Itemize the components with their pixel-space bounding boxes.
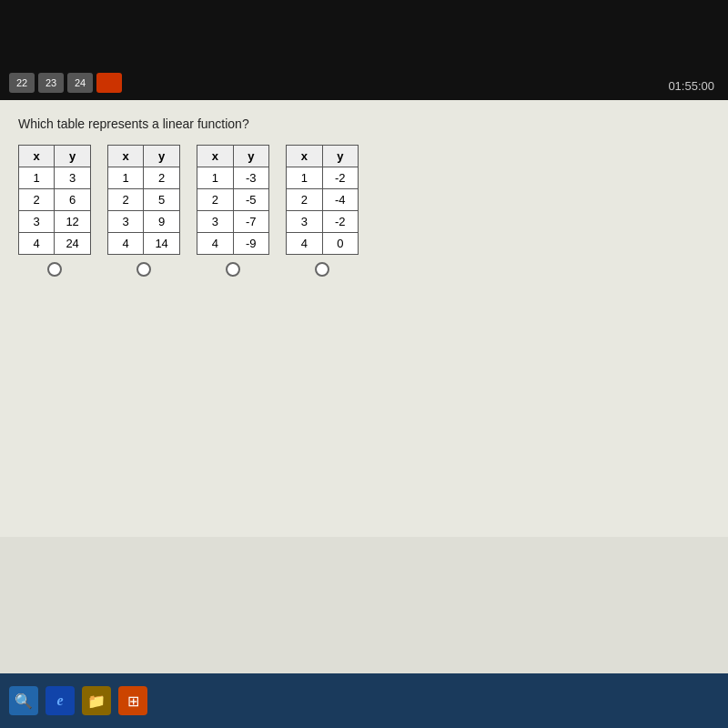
table-row: 4 24 xyxy=(19,233,91,255)
cell: 3 xyxy=(287,211,323,233)
cell: 12 xyxy=(55,211,91,233)
table2-header-y: y xyxy=(144,146,180,167)
cell: 3 xyxy=(197,211,234,233)
table-row: 3 9 xyxy=(108,211,180,233)
table-row: 2 -4 xyxy=(287,189,359,211)
timer: 01:55:00 xyxy=(668,79,714,93)
cell: 9 xyxy=(144,211,180,233)
nav-btn-23[interactable]: 23 xyxy=(38,73,64,93)
taskbar: 🔍 e 📁 ⊞ xyxy=(0,673,728,728)
table-row: 3 -7 xyxy=(197,211,269,233)
taskbar-folder-icon[interactable]: 📁 xyxy=(82,686,111,715)
radio-button-1[interactable] xyxy=(47,262,62,277)
main-content: Which table represents a linear function… xyxy=(0,100,728,537)
taskbar-search-icon[interactable]: 🔍 xyxy=(9,686,38,715)
radio-button-4[interactable] xyxy=(315,262,329,277)
table-row: 1 -3 xyxy=(197,167,269,189)
table-row: 2 5 xyxy=(108,189,180,211)
content-wrapper: Which table represents a linear function… xyxy=(0,100,728,725)
table3-header-x: x xyxy=(197,146,234,167)
nav-btn-22[interactable]: 22 xyxy=(9,73,35,93)
cell: 1 xyxy=(108,167,144,189)
radio-container-1[interactable] xyxy=(47,262,62,280)
cell: 4 xyxy=(108,233,144,255)
cell: 6 xyxy=(55,189,91,211)
cell: 3 xyxy=(19,211,55,233)
table3-header-y: y xyxy=(233,146,269,167)
cell: 2 xyxy=(19,189,55,211)
table2-header-x: x xyxy=(108,146,144,167)
table-row: 2 -5 xyxy=(197,189,269,211)
radio-container-3[interactable] xyxy=(226,262,240,280)
nav-btn-red[interactable] xyxy=(96,73,122,93)
cell: 0 xyxy=(322,233,359,255)
tables-row: x y 1 3 2 6 3 xyxy=(18,145,710,280)
table-container-1: x y 1 3 2 6 3 xyxy=(18,145,91,280)
radio-container-4[interactable] xyxy=(315,262,329,280)
table-row: 4 14 xyxy=(108,233,180,255)
nav-btn-24[interactable]: 24 xyxy=(67,73,93,93)
top-bar-buttons: 22 23 24 xyxy=(9,73,122,93)
taskbar-tiles-icon[interactable]: ⊞ xyxy=(118,686,147,715)
top-bar: 22 23 24 01:55:00 xyxy=(0,0,728,100)
cell: 1 xyxy=(197,167,234,189)
table-container-3: x y 1 -3 2 -5 3 xyxy=(197,145,269,280)
table-row: 1 3 xyxy=(19,167,91,189)
table1-header-x: x xyxy=(19,146,55,167)
table4-header-y: y xyxy=(322,146,359,167)
cell: 2 xyxy=(144,167,180,189)
empty-area xyxy=(0,537,728,673)
table-row: 1 -2 xyxy=(287,167,359,189)
table-row: 1 2 xyxy=(108,167,180,189)
question-text: Which table represents a linear function… xyxy=(18,116,710,131)
cell: 3 xyxy=(108,211,144,233)
table-1: x y 1 3 2 6 3 xyxy=(18,145,91,255)
radio-button-2[interactable] xyxy=(136,262,151,277)
cell: 2 xyxy=(287,189,323,211)
table-row: 3 -2 xyxy=(287,211,359,233)
radio-button-3[interactable] xyxy=(226,262,240,277)
taskbar-ie-icon[interactable]: e xyxy=(46,686,75,715)
cell: 1 xyxy=(19,167,55,189)
table-container-2: x y 1 2 2 5 3 xyxy=(107,145,180,280)
cell: -2 xyxy=(322,211,359,233)
table-row: 3 12 xyxy=(19,211,91,233)
cell: -9 xyxy=(233,233,269,255)
table-container-4: x y 1 -2 2 -4 3 xyxy=(286,145,359,280)
cell: 2 xyxy=(197,189,234,211)
table-row: 4 0 xyxy=(287,233,359,255)
table-2: x y 1 2 2 5 3 xyxy=(107,145,180,255)
cell: -2 xyxy=(322,167,359,189)
cell: -3 xyxy=(233,167,269,189)
table-4: x y 1 -2 2 -4 3 xyxy=(286,145,359,255)
table-row: 4 -9 xyxy=(197,233,269,255)
cell: 5 xyxy=(144,189,180,211)
cell: 4 xyxy=(197,233,234,255)
cell: 3 xyxy=(55,167,91,189)
cell: -4 xyxy=(322,189,359,211)
cell: 14 xyxy=(144,233,180,255)
table-3: x y 1 -3 2 -5 3 xyxy=(197,145,269,255)
cell: 4 xyxy=(19,233,55,255)
cell: -7 xyxy=(233,211,269,233)
radio-container-2[interactable] xyxy=(136,262,151,280)
cell: 1 xyxy=(287,167,323,189)
cell: 4 xyxy=(287,233,323,255)
table4-header-x: x xyxy=(287,146,323,167)
cell: -5 xyxy=(233,189,269,211)
cell: 24 xyxy=(55,233,91,255)
table-row: 2 6 xyxy=(19,189,91,211)
table1-header-y: y xyxy=(55,146,91,167)
cell: 2 xyxy=(108,189,144,211)
